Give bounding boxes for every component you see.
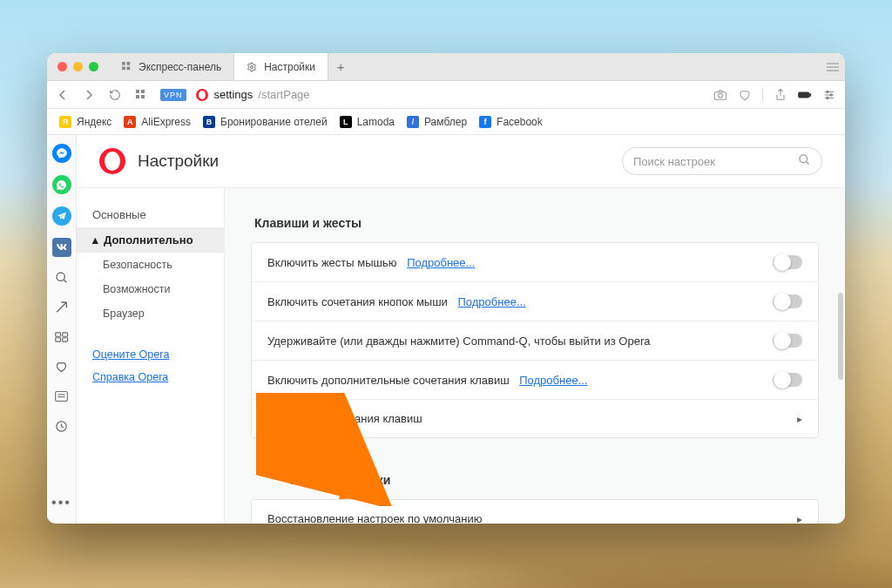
sidenav-features[interactable]: Возможности	[77, 277, 224, 301]
sidenav-advanced[interactable]: ▴ Дополнительно	[77, 227, 224, 253]
learn-more-link[interactable]: Подробнее...	[457, 295, 525, 308]
keys-card: Включить жесты мышью Подробнее... Включи…	[251, 242, 819, 438]
battery-saver-icon[interactable]	[798, 88, 812, 102]
row-reset-defaults[interactable]: Восстановление настроек по умолчанию ▸	[252, 500, 818, 524]
bookmark-facebook[interactable]: fFacebook	[479, 116, 543, 128]
sidenav-rate-opera[interactable]: Оцените Opera	[77, 343, 224, 366]
back-button[interactable]	[56, 88, 70, 102]
row-label: Включить жесты мышью	[267, 256, 397, 269]
row-label: Включить сочетания кнопок мыши	[267, 295, 448, 308]
bookmark-label: Яндекс	[77, 116, 112, 128]
settings-sidenav: Основные ▴ Дополнительно Безопасность Во…	[77, 188, 225, 524]
svg-rect-24	[55, 333, 60, 336]
lamoda-icon: L	[340, 116, 352, 128]
learn-more-link[interactable]: Подробнее...	[407, 256, 475, 269]
section-keys-title: Клавиши и жесты	[254, 216, 819, 230]
svg-rect-1	[126, 62, 130, 65]
vk-icon[interactable]	[52, 238, 71, 257]
search-icon	[798, 153, 811, 169]
svg-rect-8	[136, 90, 139, 93]
speed-dial-button[interactable]	[134, 88, 148, 102]
chevron-right-icon: ▸	[797, 513, 802, 524]
share-icon[interactable]	[774, 88, 787, 102]
svg-point-19	[827, 91, 828, 92]
section-reset-title: осить настройки	[254, 473, 819, 487]
svg-point-32	[800, 155, 808, 163]
bookmark-label: Рамблер	[424, 116, 467, 128]
sidenav-security[interactable]: Безопасность	[77, 253, 224, 277]
svg-point-21	[827, 97, 828, 98]
svg-point-4	[251, 65, 253, 68]
aliexpress-icon: A	[124, 116, 136, 128]
svg-rect-2	[122, 67, 125, 71]
easy-setup-icon[interactable]	[822, 88, 836, 102]
search-placeholder: Поиск настроек	[633, 155, 715, 168]
row-label: Включить дополнительные сочетания клавиш	[267, 374, 510, 387]
booking-icon: B	[203, 116, 215, 128]
url-path: /startPage	[258, 88, 309, 101]
heart-icon[interactable]	[738, 88, 752, 102]
reset-card: Восстановление настроек по умолчанию ▸	[251, 499, 819, 524]
forward-button[interactable]	[82, 88, 96, 102]
gear-icon	[247, 62, 257, 72]
extensions-icon[interactable]	[53, 328, 71, 346]
toggle-extra-shortcuts[interactable]	[773, 373, 802, 387]
snapshot-icon[interactable]	[713, 88, 727, 102]
toggle-rocker[interactable]	[773, 294, 802, 308]
tab-menu-icon[interactable]	[821, 53, 845, 80]
svg-rect-28	[56, 392, 68, 402]
learn-more-link[interactable]: Подробнее...	[519, 374, 587, 387]
svg-line-33	[806, 161, 808, 164]
telegram-icon[interactable]	[52, 206, 71, 226]
url-host: settings	[214, 88, 253, 101]
settings-page: Настройки Поиск настроек Основные ▴ Допо…	[77, 135, 845, 524]
bookmark-aliexpress[interactable]: AAliExpress	[124, 116, 191, 128]
scrollbar[interactable]	[838, 293, 843, 380]
bookmark-booking[interactable]: BБронирование отелей	[203, 116, 328, 128]
browser-window: Экспресс-панель Настройки + VPN settings…	[47, 53, 845, 524]
toggle-command-q[interactable]	[773, 334, 802, 348]
svg-line-23	[64, 280, 66, 282]
url-field[interactable]: settings/startPage	[195, 88, 705, 102]
history-icon[interactable]	[53, 417, 71, 435]
rambler-icon: /	[407, 116, 419, 128]
bookmark-rambler[interactable]: /Рамблер	[407, 116, 467, 128]
chevron-right-icon: ▸	[797, 413, 802, 425]
address-actions	[713, 88, 836, 102]
facebook-icon: f	[479, 116, 491, 128]
tab-speed-dial[interactable]: Экспресс-панель	[109, 53, 233, 80]
close-window-icon[interactable]	[57, 62, 67, 71]
flow-icon[interactable]	[53, 299, 71, 316]
maximize-window-icon[interactable]	[89, 62, 98, 71]
minimize-window-icon[interactable]	[73, 62, 83, 71]
svg-rect-11	[141, 95, 145, 98]
tab-label: Экспресс-панель	[139, 61, 221, 73]
row-configure-shortcuts[interactable]: Настроить сочетания клавиш ▸	[252, 400, 818, 437]
bookmarks-bar: ЯЯндекс AAliExpress BБронирование отелей…	[47, 109, 845, 135]
bookmark-label: AliExpress	[141, 116, 191, 128]
sidebar-dock: •••	[47, 135, 77, 524]
bookmarks-icon[interactable]	[53, 358, 71, 375]
svg-rect-27	[62, 338, 67, 341]
bookmark-yandex[interactable]: ЯЯндекс	[59, 116, 112, 128]
opera-logo-icon	[99, 148, 125, 174]
svg-rect-10	[136, 95, 139, 98]
toggle-mouse-gestures[interactable]	[773, 255, 802, 269]
row-command-q: Удерживайте (или дважды нажмите) Command…	[252, 321, 818, 361]
reload-button[interactable]	[108, 88, 122, 102]
personal-news-icon[interactable]	[53, 388, 71, 405]
new-tab-button[interactable]: +	[328, 53, 353, 80]
sidebar-more-icon[interactable]: •••	[53, 497, 71, 515]
vpn-badge[interactable]: VPN	[160, 89, 186, 101]
whatsapp-icon[interactable]	[52, 175, 71, 194]
sidenav-help-opera[interactable]: Справка Opera	[77, 366, 224, 389]
tab-settings[interactable]: Настройки	[233, 53, 328, 80]
settings-search-input[interactable]: Поиск настроек	[622, 147, 822, 175]
bookmark-lamoda[interactable]: LLamoda	[340, 116, 395, 128]
traffic-lights	[47, 53, 109, 80]
sidenav-basic[interactable]: Основные	[77, 202, 224, 227]
svg-rect-0	[122, 62, 125, 65]
sidenav-browser[interactable]: Браузер	[77, 301, 224, 326]
messenger-icon[interactable]	[52, 144, 71, 163]
search-icon[interactable]	[53, 269, 71, 287]
